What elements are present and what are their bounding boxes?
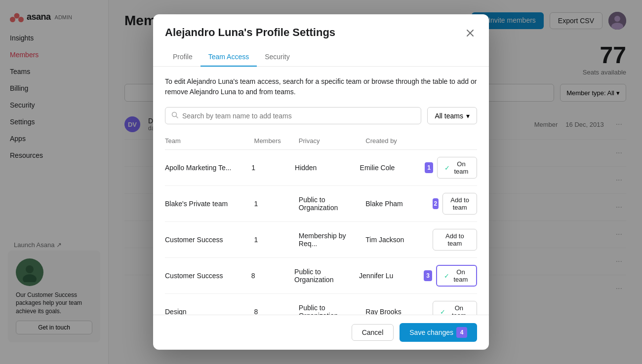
header-privacy: Privacy [299, 137, 365, 145]
team-name-apollo: Apollo Marketing Te... [165, 164, 251, 172]
team-created-blakes: Blake Pham [365, 200, 432, 208]
profile-settings-modal: Alejandro Luna's Profile Settings Profil… [153, 14, 489, 350]
team-created-design: Ray Brooks [365, 308, 432, 315]
badge-1: 1 [425, 162, 433, 173]
close-icon [466, 29, 474, 37]
badge-3: 3 [424, 270, 432, 281]
team-row-design: Design 8 Public to Organization Ray Broo… [165, 294, 477, 315]
on-team-button-customer2[interactable]: ✓ On team [436, 265, 477, 287]
team-privacy-customer2: Public to Organization [294, 268, 359, 284]
team-action-customer2: 3 ✓ On team [424, 265, 477, 287]
add-to-team-button-customer1[interactable]: Add to team [433, 229, 477, 251]
modal-header: Alejandro Luna's Profile Settings [153, 14, 489, 40]
check-icon-design: ✓ [440, 308, 445, 315]
badge-2: 2 [433, 198, 439, 209]
team-name-customer2: Customer Success [165, 272, 251, 280]
team-search-box[interactable] [165, 107, 421, 124]
tab-profile[interactable]: Profile [165, 48, 201, 67]
on-team-button-design[interactable]: ✓ On team [433, 301, 477, 315]
teams-table: Team Members Privacy Created by Apollo M… [165, 134, 477, 315]
header-members: Members [254, 137, 299, 145]
header-action [433, 137, 477, 145]
team-row-apollo: Apollo Marketing Te... 1 Hidden Emilie C… [165, 150, 477, 186]
team-name-design: Design [165, 308, 254, 315]
cancel-button[interactable]: Cancel [352, 324, 394, 341]
modal-body: To edit Alejandro Luna's team access, se… [153, 67, 489, 315]
on-team-button-apollo[interactable]: ✓ On team [437, 157, 477, 179]
modal-title: Alejandro Luna's Profile Settings [165, 26, 335, 39]
team-privacy-blakes: Public to Organization [299, 196, 365, 212]
search-svg-icon [171, 111, 178, 118]
tab-team-access[interactable]: Team Access [201, 48, 257, 67]
team-row-blakes: Blake's Private team 1 Public to Organiz… [165, 186, 477, 222]
modal-close-button[interactable] [463, 26, 477, 40]
team-privacy-design: Public to Organization [299, 304, 365, 315]
team-row-customer1: Customer Success 1 Membership by Req... … [165, 222, 477, 258]
team-members-blakes: 1 [254, 200, 299, 208]
team-name-customer1: Customer Success [165, 236, 254, 244]
team-action-apollo: 1 ✓ On team [425, 157, 477, 179]
team-row-customer2: Customer Success 8 Public to Organizatio… [165, 258, 477, 294]
search-filter-row: All teams ▾ [165, 107, 477, 124]
team-members-design: 8 [254, 308, 299, 315]
svg-line-11 [176, 116, 178, 118]
team-created-apollo: Emilie Cole [360, 164, 425, 172]
all-teams-filter-button[interactable]: All teams ▾ [427, 107, 477, 124]
add-to-team-button-blakes[interactable]: Add to team [442, 193, 477, 215]
team-created-customer1: Tim Jackson [365, 236, 432, 244]
team-action-blakes: 2 Add to team [433, 193, 477, 215]
header-created-by: Created by [365, 137, 432, 145]
modal-overlay: Alejandro Luna's Profile Settings Profil… [0, 0, 642, 364]
modal-description: To edit Alejandro Luna's team access, se… [165, 76, 477, 97]
modal-tabs: Profile Team Access Security [153, 48, 489, 67]
team-privacy-apollo: Hidden [295, 164, 360, 172]
teams-table-header: Team Members Privacy Created by [165, 134, 477, 150]
team-members-customer2: 8 [251, 272, 294, 280]
check-icon: ✓ [444, 164, 450, 172]
team-members-customer1: 1 [254, 236, 299, 244]
team-members-apollo: 1 [251, 164, 295, 172]
team-name-blakes: Blake's Private team [165, 200, 254, 208]
modal-footer: Cancel Save changes 4 [153, 315, 489, 350]
team-created-customer2: Jennifer Lu [359, 272, 424, 280]
team-search-input[interactable] [182, 112, 415, 120]
search-icon [171, 111, 178, 120]
save-changes-button[interactable]: Save changes 4 [400, 323, 477, 342]
tab-security[interactable]: Security [257, 48, 298, 67]
team-action-design: ✓ On team [433, 301, 477, 315]
team-privacy-customer1: Membership by Req... [299, 232, 365, 248]
chevron-down-icon: ▾ [466, 112, 470, 120]
save-badge: 4 [456, 327, 467, 338]
check-icon-customer2: ✓ [444, 272, 449, 280]
team-action-customer1: Add to team [433, 229, 477, 251]
header-team: Team [165, 137, 254, 145]
